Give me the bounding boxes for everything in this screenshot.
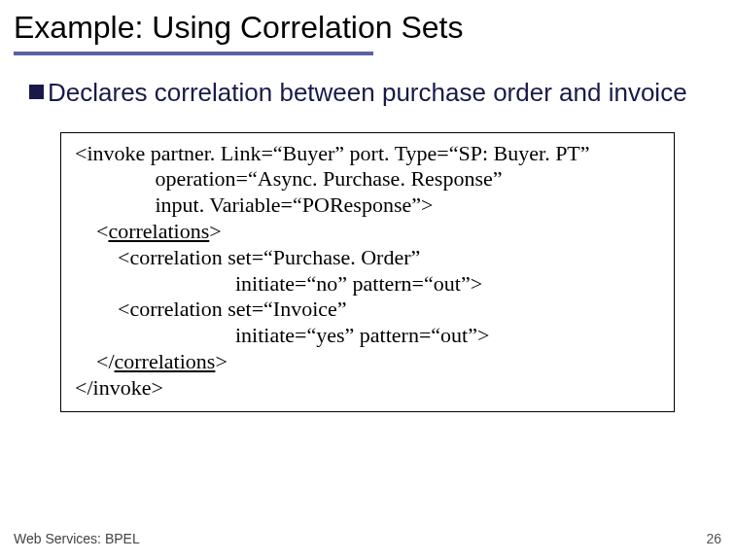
slide-title: Example: Using Correlation Sets	[0, 0, 735, 52]
code-box: <invoke partner. Link=“Buyer” port. Type…	[60, 132, 675, 412]
slide-footer: Web Services: BPEL 26	[14, 531, 721, 546]
code-line-7: <correlation set=“Invoice”	[75, 297, 660, 323]
code-line-10: </invoke>	[75, 375, 660, 402]
bullet-item: Declares correlation between purchase or…	[0, 77, 735, 109]
title-underline	[14, 52, 373, 55]
code-line-5: <correlation set=“Purchase. Order”	[75, 245, 660, 271]
code-line-9: </correlations>	[75, 349, 660, 375]
code-line-2: operation=“Async. Purchase. Response”	[75, 166, 660, 192]
bullet-text: Declares correlation between purchase or…	[48, 77, 687, 109]
correlations-tag-close: correlations	[115, 349, 216, 373]
bullet-square-icon	[29, 85, 44, 99]
code-line-4: <correlations>	[75, 219, 660, 245]
code-line-6: initiate=“no” pattern=“out”>	[75, 271, 660, 298]
code-line-1: <invoke partner. Link=“Buyer” port. Type…	[75, 141, 660, 167]
slide-number: 26	[706, 531, 721, 546]
code-line-3: input. Variable=“POResponse”>	[75, 192, 660, 219]
footer-left: Web Services: BPEL	[14, 531, 140, 546]
correlations-tag-open: correlations	[108, 219, 209, 243]
code-line-8: initiate=“yes” pattern=“out”>	[75, 323, 660, 349]
